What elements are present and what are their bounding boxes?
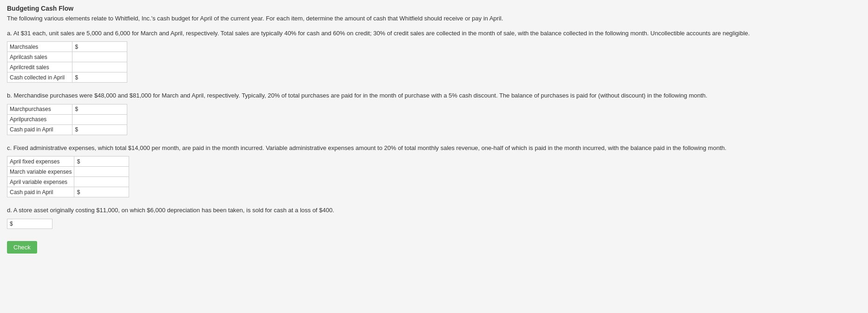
- table-row: April fixed expenses $: [7, 156, 129, 167]
- table-row: March variable expenses: [7, 167, 129, 177]
- cash-paid-april-c-label: Cash paid in April: [7, 187, 74, 197]
- march-variable-expenses-input[interactable]: [74, 167, 129, 176]
- page-title: Budgeting Cash Flow: [7, 5, 861, 12]
- cash-paid-april-b-prefix: $: [72, 124, 81, 135]
- march-variable-expenses-label: March variable expenses: [7, 167, 74, 177]
- section-d: d. A store asset originally costing $11,…: [7, 206, 861, 229]
- section-b-description: Merchandise purchases were $48,000 and $…: [13, 92, 707, 99]
- table-row: Aprilpurchases: [7, 114, 127, 124]
- section-b-text: b. Merchandise purchases were $48,000 an…: [7, 91, 861, 100]
- april-purchases-label: Aprilpurchases: [7, 114, 72, 124]
- section-a-description: At $31 each, unit sales are 5,000 and 6,…: [13, 30, 750, 37]
- april-purchases-input[interactable]: [72, 115, 127, 124]
- cash-paid-april-c-prefix: $: [74, 187, 83, 197]
- intro-text: The following various elements relate to…: [7, 14, 861, 23]
- section-d-description: A store asset originally costing $11,000…: [13, 207, 334, 214]
- april-cash-sales-label: Aprilcash sales: [7, 52, 72, 62]
- section-a-text: a. At $31 each, unit sales are 5,000 and…: [7, 29, 861, 38]
- march-purchases-input-cell: [81, 104, 127, 114]
- section-b-table: Marchpurchases $ Aprilpurchases Cash pai…: [7, 104, 127, 135]
- section-d-text: d. A store asset originally costing $11,…: [7, 206, 861, 215]
- table-row: Aprilcredit sales: [7, 62, 127, 72]
- cash-collected-input[interactable]: [81, 72, 127, 82]
- section-b: b. Merchandise purchases were $48,000 an…: [7, 91, 861, 135]
- cash-collected-label: Cash collected in April: [7, 72, 72, 83]
- cash-paid-april-b-input[interactable]: [81, 125, 127, 135]
- april-variable-expenses-label: April variable expenses: [7, 177, 74, 187]
- section-d-input-row: $: [7, 219, 861, 229]
- cash-paid-april-c-input-cell: [83, 187, 129, 197]
- cash-paid-april-b-input-cell: [81, 124, 127, 135]
- table-row: Marchpurchases $: [7, 104, 127, 114]
- section-d-prefix: $: [7, 219, 15, 229]
- april-variable-expenses-input[interactable]: [74, 177, 129, 187]
- section-c: c. Fixed administrative expenses, which …: [7, 143, 861, 198]
- march-sales-input[interactable]: [81, 42, 127, 52]
- cash-paid-april-c-input[interactable]: [83, 187, 129, 197]
- march-sales-prefix: $: [72, 42, 81, 52]
- section-c-description: Fixed administrative expenses, which tot…: [13, 144, 726, 151]
- table-row: Marchsales $: [7, 42, 127, 52]
- table-row: Cash collected in April $: [7, 72, 127, 83]
- march-sales-label: Marchsales: [7, 42, 72, 52]
- cash-collected-input-cell: [81, 72, 127, 83]
- april-fixed-expenses-input-cell: [83, 156, 129, 167]
- cash-collected-prefix: $: [72, 72, 81, 83]
- table-row: Aprilcash sales: [7, 52, 127, 62]
- section-c-text: c. Fixed administrative expenses, which …: [7, 143, 861, 153]
- section-c-table: April fixed expenses $ March variable ex…: [7, 156, 129, 197]
- section-a-table: Marchsales $ Aprilcash sales Aprilcredit…: [7, 41, 127, 83]
- april-credit-sales-input[interactable]: [72, 62, 127, 72]
- april-fixed-expenses-label: April fixed expenses: [7, 156, 74, 167]
- april-fixed-expenses-input[interactable]: [83, 156, 129, 166]
- section-a: a. At $31 each, unit sales are 5,000 and…: [7, 29, 861, 83]
- march-sales-input-cell: [81, 42, 127, 52]
- table-row: Cash paid in April $: [7, 124, 127, 135]
- april-fixed-expenses-prefix: $: [74, 156, 83, 167]
- table-row: Cash paid in April $: [7, 187, 129, 197]
- march-purchases-input[interactable]: [81, 104, 127, 114]
- march-purchases-label: Marchpurchases: [7, 104, 72, 114]
- april-cash-sales-input[interactable]: [72, 52, 127, 62]
- check-button[interactable]: Check: [7, 241, 37, 254]
- march-purchases-prefix: $: [72, 104, 81, 114]
- table-row: April variable expenses: [7, 177, 129, 187]
- section-d-input[interactable]: [15, 219, 52, 229]
- april-credit-sales-label: Aprilcredit sales: [7, 62, 72, 72]
- cash-paid-april-b-label: Cash paid in April: [7, 124, 72, 135]
